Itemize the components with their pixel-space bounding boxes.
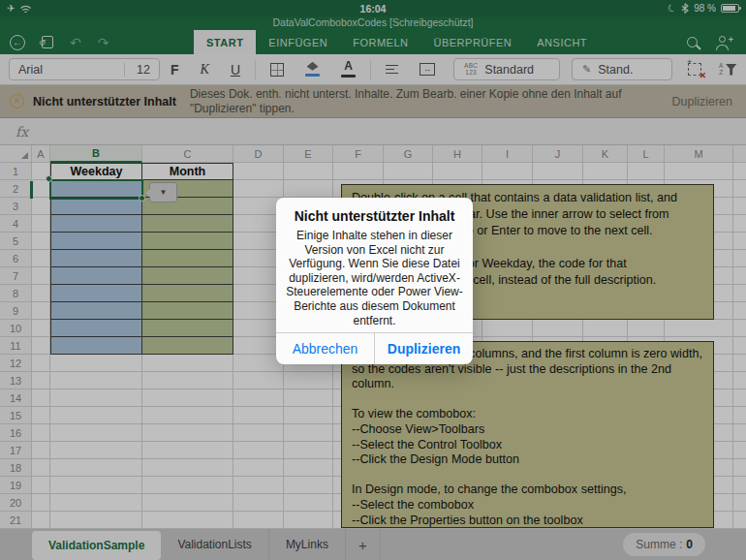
unsupported-content-dialog: Nicht unterstützter Inhalt Einige Inhalt… xyxy=(276,198,473,364)
dialog-body: Einige Inhalte stehen in dieserVersion v… xyxy=(276,229,473,327)
dialog-body-line: Steuerelemente oder Power View- xyxy=(276,285,473,299)
dialog-body-line: Berichte aus diesem Dokument xyxy=(276,299,473,314)
dialog-duplicate-button[interactable]: Duplizieren xyxy=(374,333,473,364)
dialog-body-line: Verfügung. Wenn Sie diese Datei xyxy=(276,257,473,271)
dialog-cancel-button[interactable]: Abbrechen xyxy=(276,333,374,364)
dialog-body-line: entfernt. xyxy=(276,314,473,328)
dialog-title: Nicht unterstützter Inhalt xyxy=(276,208,473,224)
dialog-body-line: duplizieren, wird/werden ActiveX- xyxy=(276,271,473,286)
dialog-body-line: Einige Inhalte stehen in dieser xyxy=(276,229,473,243)
excel-ipad-app: ✈ 16:04 ☾ 98 % DataValComboboxCodes [Sch… xyxy=(0,0,746,560)
dialog-body-line: Version von Excel nicht zur xyxy=(276,243,473,258)
